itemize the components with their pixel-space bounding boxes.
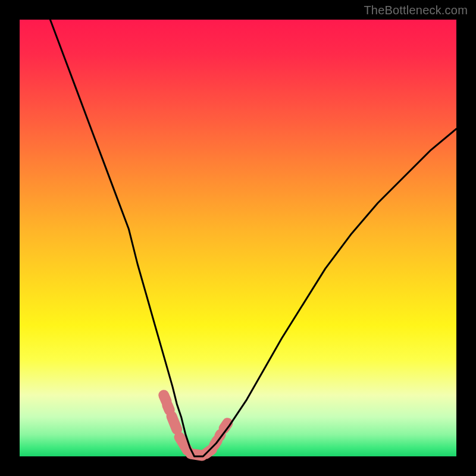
chart-svg xyxy=(20,20,456,456)
chart-frame: TheBottleneck.com xyxy=(0,0,476,476)
watermark-text: TheBottleneck.com xyxy=(364,4,468,17)
curve-path xyxy=(50,20,456,456)
marker-layer xyxy=(164,395,227,455)
marker-bead xyxy=(171,416,177,430)
chart-plot-area xyxy=(20,20,456,456)
marker-bead xyxy=(220,434,220,436)
marker-bead xyxy=(180,437,187,450)
marker-bead xyxy=(167,405,170,410)
